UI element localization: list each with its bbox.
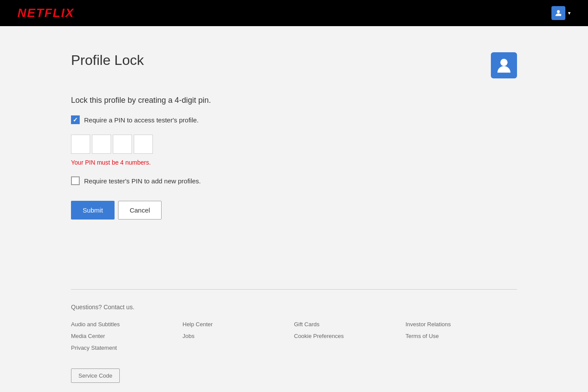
footer-link-privacy-statement[interactable]: Privacy Statement xyxy=(71,345,182,351)
checkbox-add-profiles-row: Require tester's PIN to add new profiles… xyxy=(71,176,517,185)
footer-link-help-center[interactable]: Help Center xyxy=(182,321,294,328)
footer-link-audio-subtitles[interactable]: Audio and Subtitles xyxy=(71,321,182,328)
header-right: ▾ xyxy=(551,6,571,20)
footer-separator xyxy=(71,289,517,290)
footer-links-grid: Audio and Subtitles Help Center Gift Car… xyxy=(71,321,517,351)
checkbox-add-profiles-label: Require tester's PIN to add new profiles… xyxy=(84,177,201,185)
dropdown-arrow-icon[interactable]: ▾ xyxy=(568,10,571,16)
checkbox-pin-access-label: Require a PIN to access tester's profile… xyxy=(84,116,199,124)
footer-link-cookie-preferences[interactable]: Cookie Preferences xyxy=(294,333,406,339)
page-title: Profile Lock xyxy=(71,52,144,68)
checkbox-add-profiles[interactable] xyxy=(71,176,80,185)
user-avatar-header[interactable] xyxy=(551,6,565,20)
footer-link-jobs[interactable]: Jobs xyxy=(182,333,294,339)
svg-point-0 xyxy=(557,10,560,13)
checkbox-pin-access[interactable]: ✓ xyxy=(71,115,80,124)
service-code-button[interactable]: Service Code xyxy=(71,368,120,383)
pin-input-group xyxy=(71,135,517,154)
header: NETFLIX ▾ xyxy=(0,0,588,26)
submit-button[interactable]: Submit xyxy=(71,201,115,220)
page-header: Profile Lock xyxy=(71,52,517,78)
footer-link-media-center[interactable]: Media Center xyxy=(71,333,182,339)
pin-input-3[interactable] xyxy=(113,135,132,154)
footer-link-investor-relations[interactable]: Investor Relations xyxy=(406,321,517,328)
footer-link-gift-cards[interactable]: Gift Cards xyxy=(294,321,406,328)
pin-input-2[interactable] xyxy=(92,135,111,154)
footer-link-terms-of-use[interactable]: Terms of Use xyxy=(406,333,517,339)
netflix-logo: NETFLIX xyxy=(17,6,74,20)
form-buttons: Submit Cancel xyxy=(71,201,517,220)
footer-contact-text: Questions? Contact us. xyxy=(71,304,517,311)
checkmark-icon: ✓ xyxy=(73,116,78,123)
pin-input-1[interactable] xyxy=(71,135,90,154)
svg-point-2 xyxy=(500,59,508,66)
pin-error-message: Your PIN must be 4 numbers. xyxy=(71,159,517,166)
main-content: Profile Lock Lock this profile by creati… xyxy=(0,26,588,289)
checkbox-pin-access-row: ✓ Require a PIN to access tester's profi… xyxy=(71,115,517,124)
pin-input-4[interactable] xyxy=(134,135,153,154)
footer: Questions? Contact us. Audio and Subtitl… xyxy=(0,289,588,392)
cancel-button[interactable]: Cancel xyxy=(118,201,162,220)
lock-description: Lock this profile by creating a 4-digit … xyxy=(71,96,517,105)
profile-avatar xyxy=(491,52,517,78)
